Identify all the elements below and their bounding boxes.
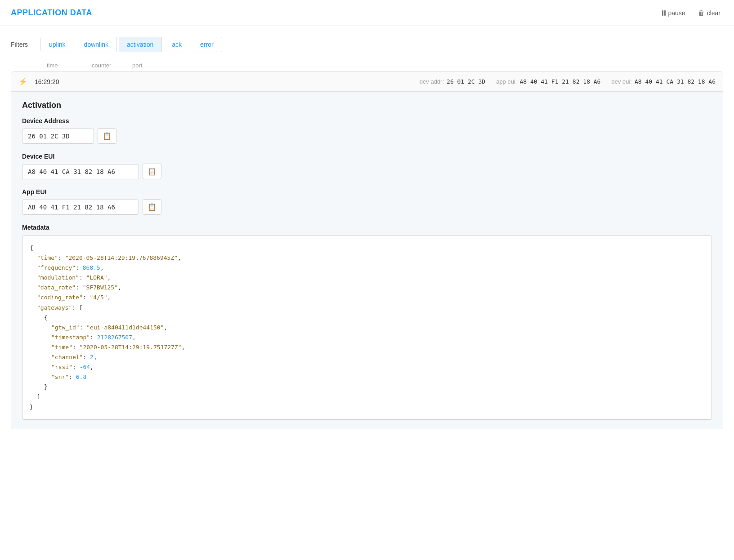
device-address-group: Device Address 26 01 2C 3D 📋 [22, 117, 712, 144]
app-title: APPLICATION DATA [11, 8, 92, 18]
json-gtw-id: "gtw_id": "eui-a840411d1de44150", [30, 323, 704, 333]
copy-device-eui-button[interactable]: 📋 [143, 164, 161, 179]
pause-label: pause [668, 9, 685, 17]
pause-button[interactable]: pause [659, 8, 688, 18]
app-header: APPLICATION DATA pause 🗑 clear [0, 0, 734, 26]
device-eui-label: Device EUI [22, 153, 712, 160]
app-eui-label: app eui: [496, 78, 517, 85]
activation-title: Activation [22, 101, 712, 110]
device-eui-group: Device EUI A8 40 41 CA 31 82 18 A6 📋 [22, 153, 712, 179]
app-eui-value: A8 40 41 F1 21 82 18 A6 [519, 78, 600, 85]
json-line-open-brace: { [30, 243, 704, 253]
dev-addr-value: 26 01 2C 3D [447, 78, 485, 85]
header-actions: pause 🗑 clear [659, 7, 723, 18]
card-meta: dev addr: 26 01 2C 3D app eui: A8 40 41 … [420, 78, 716, 85]
col-counter-header: counter [92, 62, 132, 69]
clear-label: clear [707, 9, 721, 17]
device-address-label: Device Address [22, 117, 712, 124]
json-gateway-open: { [30, 313, 704, 323]
copy-app-eui-button[interactable]: 📋 [143, 199, 161, 215]
tab-ack[interactable]: ack [164, 37, 190, 52]
json-snr: "snr": 6.8 [30, 372, 704, 382]
json-gateway-close: } [30, 382, 704, 392]
json-coding-rate: "coding_rate": "4/5", [30, 293, 704, 302]
json-data-rate: "data_rate": "SF7BW125", [30, 283, 704, 293]
metadata-box: { "time": "2020-05-28T14:29:19.767886945… [22, 236, 712, 420]
app-eui-field-input: A8 40 41 F1 21 82 18 A6 [22, 200, 139, 215]
json-gateways-close: ] [30, 392, 704, 402]
json-frequency: "frequency": 868.5, [30, 263, 704, 273]
filters-label: Filters [11, 41, 33, 48]
json-close-brace: } [30, 402, 704, 412]
col-time-header: time [47, 62, 92, 69]
tab-uplink[interactable]: uplink [41, 37, 74, 52]
card-header-row: ⚡ 16:29:20 dev addr: 26 01 2C 3D app eui… [11, 72, 723, 92]
col-port-header: port [132, 62, 168, 69]
pause-icon [662, 10, 666, 16]
dev-eui-label: dev eui: [611, 78, 632, 85]
device-address-input: 26 01 2C 3D [22, 129, 94, 144]
app-eui-input-row: A8 40 41 F1 21 82 18 A6 📋 [22, 199, 712, 215]
filters-row: Filters uplink downlink activation ack e… [11, 37, 723, 52]
json-time: "time": "2020-05-28T14:29:19.767886945Z"… [30, 253, 704, 263]
column-headers: time counter port [11, 59, 723, 71]
clear-button[interactable]: 🗑 clear [695, 7, 723, 18]
filter-tabs: uplink downlink activation ack error [40, 37, 222, 52]
json-modulation: "modulation": "LORA", [30, 273, 704, 283]
lightning-icon: ⚡ [18, 77, 27, 86]
card-body: Activation Device Address 26 01 2C 3D 📋 … [11, 92, 723, 429]
app-eui-meta: app eui: A8 40 41 F1 21 82 18 A6 [496, 78, 600, 85]
device-address-input-row: 26 01 2C 3D 📋 [22, 128, 712, 144]
dev-addr-label: dev addr: [420, 78, 444, 85]
card-time: 16:29:20 [35, 78, 71, 85]
main-content: Filters uplink downlink activation ack e… [0, 26, 734, 447]
tab-activation[interactable]: activation [119, 37, 162, 52]
json-gateways-key: "gateways": [ [30, 303, 704, 313]
dev-addr-meta: dev addr: 26 01 2C 3D [420, 78, 485, 85]
tab-error[interactable]: error [192, 37, 222, 52]
metadata-title: Metadata [22, 224, 712, 231]
json-gtw-time: "time": "2020-05-28T14:29:19.751727Z", [30, 342, 704, 352]
app-eui-group: App EUI A8 40 41 F1 21 82 18 A6 📋 [22, 188, 712, 215]
dev-eui-meta: dev eui: A8 40 41 CA 31 82 18 A6 [611, 78, 716, 85]
trash-icon: 🗑 [698, 9, 705, 17]
dev-eui-value: A8 40 41 CA 31 82 18 A6 [635, 78, 716, 85]
json-timestamp: "timestamp": 2128267507, [30, 333, 704, 342]
tab-downlink[interactable]: downlink [76, 37, 117, 52]
json-rssi: "rssi": -64, [30, 362, 704, 372]
device-eui-input-row: A8 40 41 CA 31 82 18 A6 📋 [22, 164, 712, 179]
data-card: ⚡ 16:29:20 dev addr: 26 01 2C 3D app eui… [11, 71, 723, 429]
app-eui-field-label: App EUI [22, 188, 712, 196]
json-channel: "channel": 2, [30, 352, 704, 362]
device-eui-input: A8 40 41 CA 31 82 18 A6 [22, 164, 139, 179]
copy-device-address-button[interactable]: 📋 [98, 128, 116, 144]
